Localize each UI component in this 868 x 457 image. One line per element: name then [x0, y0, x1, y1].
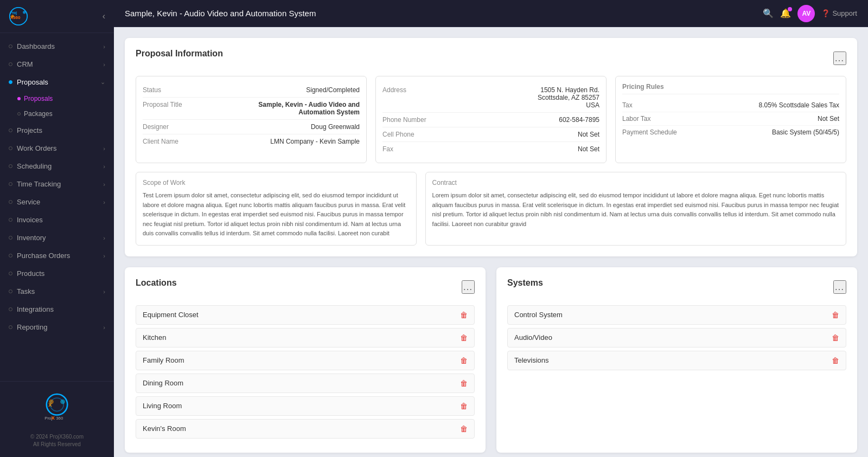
- tax-label: Tax: [622, 101, 633, 109]
- delete-location-button[interactable]: 🗑: [460, 379, 468, 388]
- scope-contract-grid: Scope of Work Test Lorem ipsum dolor sit…: [136, 172, 846, 246]
- chevron-icon: ›: [103, 181, 105, 188]
- proposal-title-label: Proposal Title: [143, 101, 192, 108]
- sidebar-item-inventory[interactable]: Inventory ›: [0, 229, 114, 247]
- contract-panel: Contract Lorem ipsum dolor sit amet, con…: [425, 172, 846, 246]
- list-item: Living Room 🗑: [136, 396, 475, 416]
- delete-system-button[interactable]: 🗑: [832, 333, 839, 342]
- delete-location-button[interactable]: 🗑: [460, 333, 468, 342]
- tax-value: 8.05% Scottsdale Sales Tax: [758, 101, 839, 109]
- contract-text: Lorem ipsum dolor sit amet, consectetur …: [432, 191, 839, 229]
- main-area: Sample, Kevin - Audio Video and Automati…: [114, 0, 868, 457]
- systems-more-button[interactable]: …: [833, 280, 846, 294]
- status-value: Signed/Completed: [306, 86, 360, 94]
- sidebar-item-time-tracking[interactable]: Time Tracking ›: [0, 175, 114, 193]
- contract-title: Contract: [432, 179, 839, 186]
- locations-title: Locations: [136, 278, 177, 288]
- sidebar-item-projects[interactable]: Projects: [0, 121, 114, 139]
- sidebar-item-proposals[interactable]: Proposals ⌄: [0, 73, 114, 91]
- locations-more-button[interactable]: …: [462, 280, 475, 294]
- chevron-icon: ⌄: [100, 79, 105, 86]
- support-button[interactable]: ❓ Support: [821, 9, 857, 17]
- delete-location-button[interactable]: 🗑: [460, 311, 468, 319]
- list-item: Audio/Video 🗑: [507, 328, 846, 347]
- locations-card: Locations … Equipment Closet 🗑 Kitchen 🗑…: [125, 267, 486, 453]
- client-name-row: Client Name LMN Company - Kevin Sample: [143, 134, 360, 149]
- chevron-icon: ›: [103, 199, 105, 205]
- sidebar-subitem-packages[interactable]: Packages: [0, 106, 114, 121]
- delete-location-button[interactable]: 🗑: [460, 356, 468, 365]
- topbar-icons: 🔍 🔔 AV ❓ Support: [763, 5, 857, 22]
- location-label: Dining Room: [143, 379, 183, 387]
- systems-card: Systems … Control System 🗑 Audio/Video 🗑…: [496, 267, 857, 453]
- proposal-title-row: Proposal Title Sample, Kevin - Audio Vid…: [143, 98, 360, 120]
- notifications-icon[interactable]: 🔔: [780, 8, 791, 18]
- sidebar-toggle[interactable]: ‹: [103, 11, 105, 21]
- question-icon: ❓: [821, 9, 830, 17]
- client-name-label: Client Name: [143, 138, 192, 145]
- sidebar-item-work-orders[interactable]: Work Orders ›: [0, 139, 114, 157]
- system-label: Audio/Video: [514, 333, 552, 342]
- avatar[interactable]: AV: [797, 5, 815, 22]
- svg-point-9: [60, 400, 65, 404]
- logo-icon: Proj X360: [9, 7, 28, 26]
- sidebar-item-purchase-orders[interactable]: Purchase Orders ›: [0, 247, 114, 265]
- designer-row: Designer Doug Greenwald: [143, 120, 360, 134]
- proposal-info-title: Proposal Information: [136, 49, 223, 59]
- tax-row: Tax 8.05% Scottsdale Sales Tax: [622, 99, 839, 112]
- search-icon[interactable]: 🔍: [763, 8, 774, 18]
- svg-point-4: [23, 11, 25, 14]
- location-label: Equipment Closet: [143, 311, 199, 319]
- svg-text:360: 360: [56, 416, 63, 421]
- bottom-grid: Locations … Equipment Closet 🗑 Kitchen 🗑…: [125, 267, 857, 457]
- phone-label: Phone Number: [382, 116, 431, 124]
- client-name-value: LMN Company - Kevin Sample: [270, 138, 360, 145]
- delete-location-button[interactable]: 🗑: [460, 402, 468, 410]
- proposal-title-value: Sample, Kevin - Audio Video and Automati…: [240, 101, 360, 116]
- logo-area: Proj X360: [9, 7, 28, 26]
- content-area: Proposal Information … Status Signed/Com…: [114, 27, 868, 457]
- chevron-icon: ›: [103, 163, 105, 170]
- list-item: Televisions 🗑: [507, 351, 846, 370]
- labor-tax-label: Labor Tax: [622, 115, 650, 123]
- phone-value: 602-584-7895: [559, 116, 599, 124]
- sidebar-footer: X Proj X 360 © 2024 ProjX360.com All Rig…: [0, 381, 114, 457]
- sidebar-item-tasks[interactable]: Tasks ›: [0, 282, 114, 300]
- sidebar-item-integrations[interactable]: Integrations: [0, 300, 114, 318]
- list-item: Kevin's Room 🗑: [136, 419, 475, 439]
- delete-location-button[interactable]: 🗑: [460, 424, 468, 433]
- fax-label: Fax: [382, 145, 431, 153]
- scope-panel: Scope of Work Test Lorem ipsum dolor sit…: [136, 172, 417, 246]
- sidebar-subitem-proposals[interactable]: Proposals: [0, 91, 114, 106]
- footer-copyright: © 2024 ProjX360.com All Rights Reserved: [9, 433, 105, 448]
- location-label: Family Room: [143, 356, 184, 364]
- sidebar-item-service[interactable]: Service ›: [0, 193, 114, 211]
- proposal-info-grid: Status Signed/Completed Proposal Title S…: [136, 76, 846, 163]
- fax-value: Not Set: [578, 145, 599, 153]
- status-label: Status: [143, 86, 192, 94]
- location-label: Living Room: [143, 402, 182, 410]
- list-item: Dining Room 🗑: [136, 374, 475, 393]
- address-label: Address: [382, 86, 431, 94]
- payment-schedule-label: Payment Schedule: [622, 128, 677, 136]
- sidebar-item-reporting[interactable]: Reporting ›: [0, 318, 114, 336]
- delete-system-button[interactable]: 🗑: [832, 356, 839, 365]
- topbar: Sample, Kevin - Audio Video and Automati…: [114, 0, 868, 27]
- sidebar-item-invoices[interactable]: Invoices: [0, 211, 114, 229]
- labor-tax-row: Labor Tax Not Set: [622, 112, 839, 126]
- system-label: Televisions: [514, 356, 549, 364]
- chevron-icon: ›: [103, 61, 105, 68]
- systems-list: Control System 🗑 Audio/Video 🗑 Televisio…: [507, 305, 846, 370]
- sidebar-item-scheduling[interactable]: Scheduling ›: [0, 157, 114, 175]
- svg-text:X: X: [52, 415, 55, 421]
- sidebar-item-dashboards[interactable]: Dashboards ›: [0, 37, 114, 55]
- page-title: Sample, Kevin - Audio Video and Automati…: [125, 9, 754, 18]
- designer-value: Doug Greenwald: [311, 123, 360, 131]
- address-row: Address 1505 N. Hayden Rd.Scottsdale, AZ…: [382, 83, 599, 113]
- chevron-icon: ›: [103, 235, 105, 241]
- sidebar-item-products[interactable]: Products: [0, 265, 114, 282]
- sidebar-item-crm[interactable]: CRM ›: [0, 55, 114, 73]
- delete-system-button[interactable]: 🗑: [832, 311, 839, 319]
- proposal-info-more-button[interactable]: …: [833, 52, 846, 65]
- pricing-rules-panel: Pricing Rules Tax 8.05% Scottsdale Sales…: [615, 76, 846, 163]
